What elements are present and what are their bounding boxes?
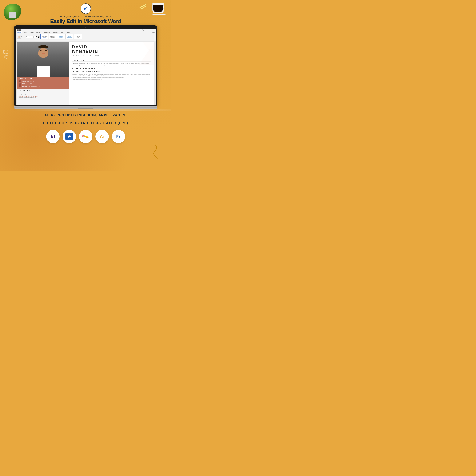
word-w-label: W≡ bbox=[83, 7, 88, 11]
bold-btn[interactable]: B bbox=[36, 36, 37, 37]
bottom-section: ALSO INCLUDED INDESIGN, APPLE PAGES, PHO… bbox=[0, 110, 171, 145]
edu-item1-detail: 2010 | Company Name | Address Name bbox=[19, 93, 68, 95]
illustrator-icon-circle: Ai bbox=[95, 130, 109, 143]
style-heading1[interactable]: AaBbCcHeading 1 bbox=[57, 34, 65, 39]
edu-item-2: ENTER YOUR JOB NAME HERE 2010 | Company … bbox=[19, 96, 68, 98]
laptop-screen-outer: ⬛⬛⬛ Document1 🔍 Search in Document Home … bbox=[14, 25, 157, 106]
also-included-line1: ALSO INCLUDED INDESIGN, APPLE PAGES, bbox=[4, 113, 168, 118]
resume-background-decoration bbox=[139, 42, 154, 65]
toolbar-menu-tabs: Home Insert Design Layout References Mai… bbox=[17, 31, 155, 34]
word-badge-label: W bbox=[68, 135, 71, 139]
phone-icon: 📞 bbox=[19, 80, 21, 82]
laptop-base bbox=[14, 106, 157, 109]
paste-btn[interactable]: 📋 bbox=[17, 35, 21, 39]
main-title: Easily Edit in Microsoft Word bbox=[0, 18, 171, 24]
photoshop-label: Ps bbox=[115, 134, 121, 139]
bullet-dash-1: — bbox=[72, 77, 73, 78]
laptop-screen: ⬛⬛⬛ Document1 🔍 Search in Document Home … bbox=[16, 29, 155, 105]
email-value: Yourmail@example.com bbox=[26, 83, 39, 84]
top-section: W≡ All text, shape, color is 100% editab… bbox=[0, 0, 171, 24]
style-heading2[interactable]: AaBbCcHeading 2 bbox=[66, 34, 73, 39]
education-section: EDUCATION ENTER YOUR JOB NAME HERE 2010 … bbox=[17, 89, 69, 100]
document-body: CONTACT ME 📞 PHONE +012 3456 789 ✉ EMAIL… bbox=[16, 41, 155, 105]
contact-title: CONTACT ME bbox=[19, 78, 68, 79]
work-item-1: ENTER YOUR JOB POSITION NAME HERE Feb 20… bbox=[72, 71, 151, 80]
software-icons-row: Id W ✏️ Ai Ps bbox=[4, 130, 168, 143]
tab-design[interactable]: Design bbox=[29, 31, 34, 33]
pages-icon-circle: ✏️ bbox=[79, 130, 92, 143]
illustrator-label: Ai bbox=[100, 134, 104, 139]
font-size[interactable]: 12 bbox=[33, 36, 36, 38]
edu-title: EDUCATION bbox=[19, 90, 68, 91]
tab-mailings[interactable]: Mailings bbox=[52, 31, 58, 33]
resume-photo bbox=[17, 42, 69, 77]
address-item: 📍 ADDRESS Your Address Name Here bbox=[19, 85, 68, 87]
work-title: WORK EXPERIENCE bbox=[72, 68, 151, 70]
address-icon: 📍 bbox=[19, 85, 21, 87]
c-shapes-decoration bbox=[3, 50, 9, 60]
hair bbox=[38, 45, 48, 48]
subtitle-text: All text, shape, color is 100% editable … bbox=[0, 16, 171, 18]
resume-left-sidebar: CONTACT ME 📞 PHONE +012 3456 789 ✉ EMAIL… bbox=[17, 42, 69, 105]
italic-btn[interactable]: I bbox=[37, 36, 37, 37]
tab-references[interactable]: References bbox=[42, 31, 51, 33]
indesign-label: Id bbox=[51, 134, 55, 139]
address-value: Your Address Name Here bbox=[28, 86, 41, 87]
share-btn[interactable]: ↑ Share bbox=[151, 32, 155, 33]
tab-view[interactable]: View bbox=[66, 31, 71, 33]
tab-review[interactable]: Review bbox=[59, 31, 65, 33]
pages-label: ✏️ bbox=[82, 133, 90, 141]
bullet-dash-2: — bbox=[72, 79, 73, 80]
style-no-spacing[interactable]: AaBbCcDdNo Spacing bbox=[49, 34, 57, 39]
underline-btn[interactable]: U bbox=[38, 36, 39, 37]
divider-1 bbox=[28, 119, 143, 119]
work-item1-desc: Lorem ipsum dolor sit amet, orci luctus … bbox=[72, 74, 151, 77]
font-row1: Calibri (Body) 12 B I U bbox=[26, 36, 39, 38]
work-bullet-2: — Nam posuere dapibus elementum. Duis ve… bbox=[72, 79, 151, 80]
email-icon: ✉ bbox=[19, 83, 21, 85]
phone-item: 📞 PHONE +012 3456 789 bbox=[19, 80, 68, 82]
tab-insert[interactable]: Insert bbox=[23, 31, 28, 33]
laptop-camera bbox=[85, 27, 86, 28]
word-badge: W bbox=[66, 133, 73, 140]
word-toolbar: ⬛⬛⬛ Document1 🔍 Search in Document Home … bbox=[16, 29, 155, 41]
laptop-notch bbox=[78, 108, 93, 109]
tab-layout[interactable]: Layout bbox=[36, 31, 41, 33]
paste-group: 📋 Paste bbox=[17, 35, 25, 39]
email-item: ✉ EMAIL Yourmail@example.com bbox=[19, 83, 68, 85]
squiggle-decoration bbox=[151, 144, 160, 160]
font-name[interactable]: Calibri (Body) bbox=[26, 36, 33, 38]
phone-value: +012 3456 789 bbox=[27, 81, 34, 82]
word-icon-circle: W≡ bbox=[81, 3, 91, 14]
shirt bbox=[36, 66, 50, 77]
edu-item2-detail: 2010 | Company Name | Address Name bbox=[19, 97, 68, 98]
resume-page: CONTACT ME 📞 PHONE +012 3456 789 ✉ EMAIL… bbox=[17, 42, 154, 105]
tab-home[interactable]: Home bbox=[17, 31, 22, 33]
style-normal[interactable]: AaBbCcDdNormal bbox=[40, 34, 48, 39]
styles-area: AaBbCcDdNormal AaBbCcDdNo Spacing AaBbCc… bbox=[40, 34, 154, 40]
work-item1-company: Feb 2014 · Your company / Institute name bbox=[72, 72, 151, 73]
indesign-icon-circle: Id bbox=[46, 130, 60, 143]
toolbar-buttons-row: 📋 Paste Calibri (Body) 12 B I U bbox=[17, 34, 155, 40]
face bbox=[38, 48, 48, 57]
toolbar-tabs-row: ⬛⬛⬛ Document1 🔍 Search in Document bbox=[17, 29, 155, 31]
font-controls: Calibri (Body) 12 B I U bbox=[25, 36, 40, 38]
phone-label: PHONE bbox=[21, 81, 26, 82]
word-icon-circle-bottom: W bbox=[63, 130, 76, 143]
email-label: EMAIL bbox=[21, 83, 25, 84]
laptop-container: ⬛⬛⬛ Document1 🔍 Search in Document Home … bbox=[14, 25, 157, 111]
photoshop-icon-circle: Ps bbox=[112, 130, 125, 143]
style-title[interactable]: AaBbCcTitle bbox=[74, 34, 82, 39]
work-bullet-1: — Lorem ipsum dolor sit amet, consectetu… bbox=[72, 77, 151, 78]
laptop-base-wrapper bbox=[14, 106, 157, 109]
also-included-line2: PHOTOSHOP (PSD) AND ILLUSTRATOR (EPS) bbox=[4, 121, 168, 125]
bullet-text-1: Lorem ipsum dolor sit amet, consectetur … bbox=[73, 77, 124, 78]
resume-right-content: DAVID BENJAMIN UX DESIGNER & UI DEVELOPE… bbox=[69, 42, 154, 105]
contact-section: CONTACT ME 📞 PHONE +012 3456 789 ✉ EMAIL… bbox=[17, 77, 69, 89]
address-label: ADDRESS bbox=[21, 86, 27, 87]
paste-label: Paste bbox=[21, 36, 24, 37]
edu-item-1: ENTER YOUR JOB NAME HERE 2010 | Company … bbox=[19, 92, 68, 95]
bullet-text-2: Nam posuere dapibus elementum. Duis vest… bbox=[73, 79, 102, 80]
work-item1-title: ENTER YOUR JOB POSITION NAME HERE bbox=[72, 71, 151, 72]
styles-row: AaBbCcDdNormal AaBbCcDdNo Spacing AaBbCc… bbox=[40, 34, 154, 40]
